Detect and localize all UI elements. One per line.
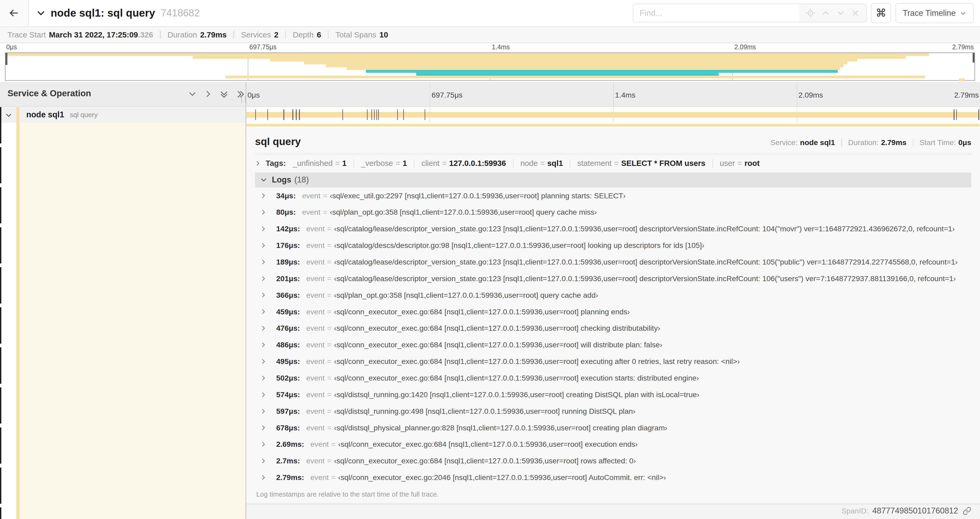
- log-message: ‹sql/conn_executor_exec.go:684 [nsql1,cl…: [334, 357, 740, 366]
- logs-list: 34μs:event=‹sql/exec_util.go:2297 [nsql1…: [255, 187, 971, 486]
- find-input[interactable]: [633, 4, 799, 22]
- view-dropdown-button[interactable]: Trace Timeline: [896, 3, 974, 23]
- minimap-span-bar: [270, 59, 857, 62]
- minimap-right-scrubber[interactable]: [973, 53, 974, 62]
- equals-sign: =: [327, 324, 332, 332]
- link-icon[interactable]: [963, 506, 971, 515]
- log-field-name: event: [306, 241, 325, 250]
- span-row-timeline-cell[interactable]: [246, 107, 980, 123]
- log-entry[interactable]: 486μs:event=‹sql/conn_executor_exec.go:6…: [255, 337, 971, 353]
- log-entry[interactable]: 2.69ms:event=‹sql/conn_executor_exec.go:…: [255, 436, 971, 452]
- total-spans-label: Total Spans: [336, 30, 376, 39]
- chevron-right-icon: [261, 425, 266, 430]
- equals-sign: =: [327, 390, 332, 399]
- log-timestamp: 574μs:: [276, 390, 300, 399]
- expand-collapse-controls: [189, 90, 244, 98]
- log-field-name: event: [306, 291, 325, 300]
- span-row-name-cell[interactable]: node sql1 sql query: [0, 107, 245, 123]
- next-result-icon[interactable]: [837, 9, 845, 17]
- log-field-name: event: [306, 357, 325, 366]
- start-time-label: Start Time:: [920, 138, 956, 147]
- tag-value: 1: [402, 159, 407, 168]
- log-entry[interactable]: 574μs:event=‹sql/distsql_running.go:1420…: [255, 386, 971, 403]
- back-button[interactable]: [0, 0, 29, 26]
- minimap-tick-label: 1.4ms: [492, 43, 510, 51]
- log-entry[interactable]: 678μs:event=‹sql/distsql_physical_planne…: [255, 420, 971, 436]
- minimap-canvas[interactable]: [5, 53, 975, 81]
- keyboard-shortcuts-button[interactable]: ⌘: [871, 3, 891, 23]
- log-message: ‹sql/catalog/descs/descriptor.go:98 [nsq…: [334, 241, 705, 250]
- ruler-tick-label: 2.09ms: [799, 91, 823, 99]
- log-entry[interactable]: 502μs:event=‹sql/conn_executor_exec.go:6…: [255, 370, 971, 386]
- log-message: ‹sql/plan_opt.go:358 [nsql1,client=127.0…: [330, 208, 597, 217]
- tags-summary-row[interactable]: Tags: _unfinished=1_verbose=1client=127.…: [255, 156, 971, 171]
- chevron-right-icon: [261, 276, 266, 281]
- log-entry[interactable]: 597μs:event=‹sql/distsql_running.go:498 …: [255, 403, 971, 420]
- divider: [285, 31, 286, 38]
- chevron-down-icon[interactable]: [6, 112, 12, 118]
- timeline-gridline: [613, 82, 614, 107]
- divider: [570, 159, 570, 168]
- service-label: Service:: [770, 138, 797, 147]
- equals-sign: =: [327, 407, 332, 416]
- log-entry[interactable]: 495μs:event=‹sql/conn_executor_exec.go:6…: [255, 353, 971, 370]
- collapse-all-icon[interactable]: [220, 90, 228, 98]
- log-field-name: event: [306, 274, 325, 283]
- page-title: node sql1: sql query: [51, 7, 155, 19]
- tags-list: _unfinished=1_verbose=1client=127.0.0.1:…: [293, 159, 759, 168]
- equals-sign: =: [327, 291, 332, 300]
- divider: [255, 154, 971, 154]
- log-entry[interactable]: 201μs:event=‹sql/catalog/lease/descripto…: [255, 270, 971, 287]
- column-resize-grip[interactable]: [241, 96, 245, 103]
- prev-result-icon[interactable]: [822, 9, 830, 17]
- log-entry[interactable]: 80μs:event=‹sql/plan_opt.go:358 [nsql1,c…: [255, 204, 971, 220]
- log-message: ‹sql/exec_util.go:2297 [nsql1,client=127…: [330, 192, 626, 200]
- chevron-right-icon: [261, 259, 266, 265]
- equals-sign: =: [327, 308, 332, 316]
- tag-key: user: [720, 159, 735, 168]
- log-field-name: event: [310, 440, 329, 449]
- log-entry[interactable]: 189μs:event=‹sql/catalog/lease/descripto…: [255, 254, 971, 270]
- log-timestamp: 2.69ms:: [276, 440, 304, 449]
- tag-item: client=127.0.0.1:59936: [421, 159, 506, 168]
- chevron-right-icon: [261, 342, 266, 348]
- minimap-left-scrubber[interactable]: [6, 53, 7, 65]
- log-message: ‹sql/conn_executor_exec.go:684 [nsql1,cl…: [334, 374, 699, 382]
- log-message: ‹sql/distsql_physical_planner.go:828 [ns…: [334, 423, 667, 432]
- log-entry[interactable]: 366μs:event=‹sql/plan_opt.go:358 [nsql1,…: [255, 287, 971, 303]
- log-field-name: event: [306, 308, 325, 316]
- log-entry[interactable]: 476μs:event=‹sql/conn_executor_exec.go:6…: [255, 320, 971, 337]
- log-timestamp: 502μs:: [276, 374, 300, 382]
- chevron-right-icon: [261, 441, 266, 447]
- clear-search-icon[interactable]: [852, 10, 859, 17]
- logs-section-header[interactable]: Logs (18): [255, 172, 971, 187]
- span-row[interactable]: node sql1 sql query: [0, 107, 980, 123]
- chevron-right-icon: [255, 161, 261, 166]
- start-time-value: 0μs: [958, 138, 971, 147]
- log-entry[interactable]: 34μs:event=‹sql/exec_util.go:2297 [nsql1…: [255, 187, 971, 204]
- log-message: ‹sql/conn_executor_exec.go:684 [nsql1,cl…: [334, 457, 636, 465]
- span-duration-bar[interactable]: [246, 112, 980, 118]
- log-entry[interactable]: 459μs:event=‹sql/conn_executor_exec.go:6…: [255, 303, 971, 320]
- focus-target-icon[interactable]: [806, 9, 815, 18]
- span-log-marker: [978, 109, 979, 120]
- log-message: ‹sql/catalog/lease/descriptor_version_st…: [334, 258, 958, 267]
- minimap-span-bar: [192, 56, 906, 59]
- log-timestamp: 189μs:: [276, 258, 300, 267]
- log-entry[interactable]: 2.7ms:event=‹sql/conn_executor_exec.go:6…: [255, 452, 971, 469]
- log-entry[interactable]: 2.79ms:event=‹sql/conn_executor_exec.go:…: [255, 469, 971, 486]
- detail-header: sql query Service: node sql1 Duration: 2…: [255, 128, 971, 147]
- collapse-one-icon[interactable]: [189, 90, 196, 98]
- timeline-gridline: [430, 82, 430, 107]
- expand-one-icon[interactable]: [204, 90, 212, 98]
- log-field-name: event: [306, 374, 325, 382]
- log-timestamp: 678μs:: [276, 423, 300, 432]
- tag-key: node: [520, 159, 538, 168]
- trace-title-group[interactable]: node sql1: sql query 7418682: [37, 7, 200, 19]
- column-divider[interactable]: [245, 82, 246, 519]
- service-value: node sql1: [800, 138, 835, 147]
- log-entry[interactable]: 142μs:event=‹sql/catalog/lease/descripto…: [255, 220, 971, 237]
- log-entry[interactable]: 176μs:event=‹sql/catalog/descs/descripto…: [255, 237, 971, 254]
- equals-sign: =: [331, 473, 336, 482]
- minimap-span-bar: [347, 67, 840, 70]
